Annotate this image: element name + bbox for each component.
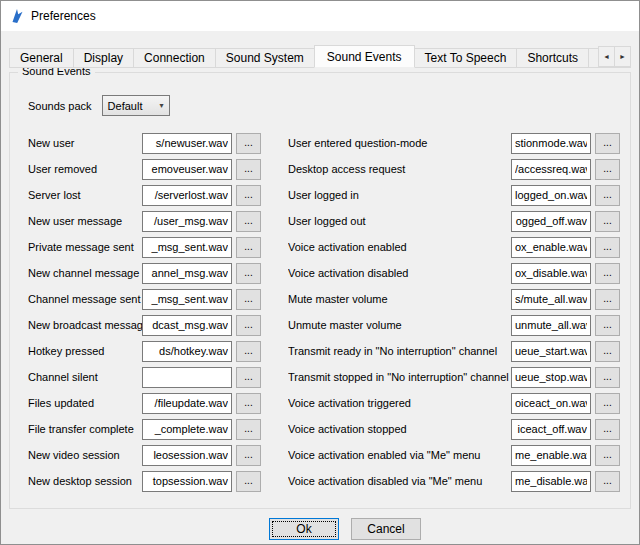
tab-display[interactable]: Display — [73, 48, 134, 68]
sound-file-input[interactable] — [142, 263, 232, 284]
sound-file-input[interactable] — [511, 263, 591, 284]
browse-button[interactable]: ... — [236, 419, 261, 440]
tab-shortcuts[interactable]: Shortcuts — [516, 48, 589, 68]
browse-button[interactable]: ... — [595, 263, 620, 284]
sound-file-input[interactable] — [511, 159, 591, 180]
browse-button[interactable]: ... — [595, 419, 620, 440]
sound-file-input[interactable] — [142, 185, 232, 206]
sound-file-input[interactable] — [142, 211, 232, 232]
cancel-button[interactable]: Cancel — [351, 518, 421, 540]
browse-button[interactable]: ... — [236, 289, 261, 310]
browse-button[interactable]: ... — [236, 133, 261, 154]
browse-button[interactable]: ... — [595, 237, 620, 258]
browse-button[interactable]: ... — [236, 445, 261, 466]
tab-connection[interactable]: Connection — [133, 48, 216, 68]
browse-button[interactable]: ... — [595, 289, 620, 310]
browse-button[interactable]: ... — [595, 393, 620, 414]
sound-event-label: Voice activation triggered — [288, 397, 511, 409]
tab-general[interactable]: General — [9, 48, 74, 68]
sound-event-row: Channel silent... — [28, 364, 274, 390]
browse-button[interactable]: ... — [595, 315, 620, 336]
sound-event-label: Server lost — [28, 189, 142, 201]
sound-event-label: Voice activation enabled via "Me" menu — [288, 449, 511, 461]
tab-sound-events[interactable]: Sound Events — [314, 45, 415, 68]
sound-event-row: New desktop session... — [28, 468, 274, 494]
sound-event-label: User logged out — [288, 215, 511, 227]
sound-file-input[interactable] — [142, 393, 232, 414]
sound-event-label: Private message sent — [28, 241, 142, 253]
sound-event-row: Transmit ready in "No interruption" chan… — [288, 338, 620, 364]
browse-button[interactable]: ... — [595, 367, 620, 388]
sound-event-label: New user message — [28, 215, 142, 227]
sound-file-input[interactable] — [511, 471, 591, 492]
tab-bar: GeneralDisplayConnectionSound SystemSoun… — [9, 45, 631, 68]
browse-button[interactable]: ... — [236, 237, 261, 258]
sounds-pack-select[interactable]: Default ▾ — [102, 95, 170, 116]
sound-event-row: Voice activation stopped... — [288, 416, 620, 442]
sounds-pack-row: Sounds pack Default ▾ — [28, 95, 620, 116]
browse-button[interactable]: ... — [236, 185, 261, 206]
browse-button[interactable]: ... — [595, 159, 620, 180]
sound-file-input[interactable] — [511, 211, 591, 232]
sound-event-label: Desktop access request — [288, 163, 511, 175]
sound-file-input[interactable] — [511, 315, 591, 336]
browse-button[interactable]: ... — [595, 341, 620, 362]
sound-event-label: Unmute master volume — [288, 319, 511, 331]
browse-button[interactable]: ... — [236, 341, 261, 362]
sound-event-row: New channel message... — [28, 260, 274, 286]
sound-events-column-right: User entered question-mode...Desktop acc… — [288, 130, 620, 494]
sound-file-input[interactable] — [142, 445, 232, 466]
window-title: Preferences — [31, 9, 96, 23]
browse-button[interactable]: ... — [595, 471, 620, 492]
sound-file-input[interactable] — [142, 341, 232, 362]
sound-file-input[interactable] — [142, 289, 232, 310]
sound-file-input[interactable] — [142, 367, 232, 388]
sound-event-label: New video session — [28, 449, 142, 461]
sound-event-label: Voice activation disabled — [288, 267, 511, 279]
sound-event-row: Desktop access request... — [288, 156, 620, 182]
browse-button[interactable]: ... — [236, 367, 261, 388]
sound-file-input[interactable] — [511, 419, 591, 440]
sound-event-label: Channel silent — [28, 371, 142, 383]
sound-event-row: Voice activation triggered... — [288, 390, 620, 416]
sound-file-input[interactable] — [511, 393, 591, 414]
sound-events-group: Sound Events Sounds pack Default ▾ New u… — [9, 72, 631, 509]
sound-file-input[interactable] — [511, 341, 591, 362]
sound-file-input[interactable] — [511, 367, 591, 388]
browse-button[interactable]: ... — [236, 393, 261, 414]
sound-file-input[interactable] — [142, 159, 232, 180]
tab-scroll-right-button[interactable]: ► — [614, 46, 631, 67]
sound-event-label: User entered question-mode — [288, 137, 511, 149]
tab-scroll-left-button[interactable]: ◄ — [598, 46, 615, 67]
sound-events-column-left: New user...User removed...Server lost...… — [28, 130, 274, 494]
tab-sound-system[interactable]: Sound System — [215, 48, 315, 68]
title-bar[interactable]: Preferences — [1, 1, 639, 31]
browse-button[interactable]: ... — [236, 315, 261, 336]
sound-event-row: Hotkey pressed... — [28, 338, 274, 364]
sound-file-input[interactable] — [511, 185, 591, 206]
browse-button[interactable]: ... — [236, 471, 261, 492]
tab-page-sound-events: Sound Events Sounds pack Default ▾ New u… — [1, 68, 639, 544]
sound-file-input[interactable] — [142, 133, 232, 154]
sound-file-input[interactable] — [511, 289, 591, 310]
sound-file-input[interactable] — [142, 237, 232, 258]
ok-button[interactable]: Ok — [269, 518, 339, 540]
sound-event-row: Server lost... — [28, 182, 274, 208]
browse-button[interactable]: ... — [236, 211, 261, 232]
sound-file-input[interactable] — [142, 419, 232, 440]
sound-file-input[interactable] — [511, 133, 591, 154]
browse-button[interactable]: ... — [595, 185, 620, 206]
sound-file-input[interactable] — [511, 445, 591, 466]
sound-event-label: Channel message sent — [28, 293, 142, 305]
browse-button[interactable]: ... — [236, 159, 261, 180]
sound-file-input[interactable] — [142, 315, 232, 336]
browse-button[interactable]: ... — [595, 133, 620, 154]
browse-button[interactable]: ... — [595, 445, 620, 466]
browse-button[interactable]: ... — [236, 263, 261, 284]
tab-text-to-speech[interactable]: Text To Speech — [414, 48, 518, 68]
sound-file-input[interactable] — [511, 237, 591, 258]
sound-event-label: Transmit ready in "No interruption" chan… — [288, 345, 511, 357]
sound-file-input[interactable] — [142, 471, 232, 492]
sound-event-row: New user message... — [28, 208, 274, 234]
browse-button[interactable]: ... — [595, 211, 620, 232]
